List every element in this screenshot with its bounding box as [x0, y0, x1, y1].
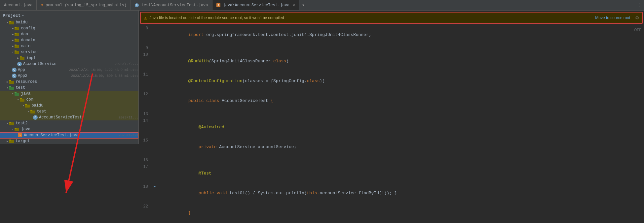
svg-rect-19	[15, 92, 17, 93]
folder-label: config	[21, 26, 138, 31]
tab-java-account[interactable]: J java\AccountServiceTest.java ✕	[212, 0, 299, 10]
svg-text:J: J	[19, 134, 20, 137]
folder-label: java	[21, 127, 138, 132]
file-label: AccountServiceTest	[39, 115, 117, 120]
svg-rect-22	[25, 105, 30, 108]
move-to-source-root-link[interactable]: Move to source root	[595, 16, 630, 20]
tree-baidu-com[interactable]: ▾ baidu	[0, 103, 138, 109]
tab-more-button[interactable]: ⋮	[634, 2, 644, 8]
tree-resources[interactable]: ▶ resources	[0, 79, 138, 85]
folder-label: domain	[21, 38, 138, 43]
svg-rect-5	[15, 33, 17, 34]
class-icon: C	[12, 74, 17, 78]
tab-pom-icon: m	[41, 3, 43, 7]
svg-rect-20	[20, 99, 24, 102]
tree-target[interactable]: ▶ target	[0, 138, 138, 144]
svg-rect-13	[20, 56, 22, 57]
sidebar-wrapper: Project ▾ ▾ baidu ▶ config	[0, 11, 139, 223]
folder-label: service	[21, 50, 138, 54]
tree-test-sub[interactable]: ▾ test	[0, 109, 138, 114]
code-line-8: 8 import org.springframework.test.contex…	[139, 25, 644, 45]
svg-rect-3	[15, 27, 17, 28]
code-line-11: 11 @ContextConfiguration(classes = {Spri…	[139, 71, 644, 91]
line-number: 11	[139, 71, 152, 78]
folder-label: dao	[21, 32, 138, 37]
svg-rect-21	[20, 98, 22, 99]
folder-label: main	[21, 44, 138, 48]
line-number: 15	[139, 137, 152, 144]
tree-account-service-test-java[interactable]: J AccountServiceTest.java 2023/12/21	[0, 132, 138, 138]
folder-icon	[14, 32, 19, 37]
code-line-14: 14 @Autowired	[139, 117, 644, 137]
class-icon: C	[17, 62, 22, 66]
svg-rect-0	[9, 21, 14, 24]
svg-rect-8	[15, 45, 19, 48]
folder-label: baidu	[31, 103, 138, 108]
line-content	[157, 111, 644, 117]
folder-icon	[14, 91, 19, 96]
tab-pom-xml[interactable]: m pom.xml (spring_15_spring_mybatis)	[37, 0, 131, 10]
svg-rect-23	[25, 104, 27, 105]
folder-label: resources	[16, 80, 138, 84]
tree-app2[interactable]: C App2 2023/12/21 15:00, 590 B 55 minute…	[0, 73, 138, 79]
folder-icon	[25, 103, 30, 108]
folder-label: impl	[26, 56, 138, 60]
tree-com[interactable]: ▾ com	[0, 97, 138, 103]
folder-icon	[9, 121, 14, 126]
svg-rect-16	[9, 87, 14, 90]
editor-area: ⚠ Java file is located outside of the mo…	[139, 11, 644, 223]
line-content: private AccountService accountService;	[157, 137, 644, 157]
tree-account-service[interactable]: C AccountService 2023/12/2...	[0, 61, 138, 67]
tab-account-java[interactable]: Account.java	[0, 0, 37, 10]
file-meta: 2023/12/21	[119, 134, 138, 137]
svg-rect-15	[9, 80, 11, 81]
tree-config[interactable]: ▶ config	[0, 25, 138, 31]
tree-baidu[interactable]: ▾ baidu	[0, 19, 138, 25]
tab-test-account[interactable]: C test\AccountServiceTest.java	[131, 0, 212, 10]
code-line-22: 22 }	[139, 203, 644, 223]
warning-banner: ⚠ Java file is located outside of the mo…	[140, 12, 643, 24]
svg-rect-27	[9, 122, 11, 123]
project-panel-header[interactable]: Project ▾	[0, 12, 138, 19]
tree-impl[interactable]: ▶ impl	[0, 55, 138, 61]
tree-main[interactable]: ▶ main	[0, 43, 138, 49]
svg-rect-7	[15, 39, 17, 40]
settings-gear-icon[interactable]: ⚙	[635, 15, 639, 21]
tree-java-test[interactable]: ▾ java	[0, 91, 138, 97]
tab-label: pom.xml (spring_15_spring_mybatis)	[46, 3, 127, 8]
folder-label: target	[16, 139, 138, 143]
tree-account-service-test[interactable]: C AccountServiceTest 2023/11...	[0, 114, 138, 120]
tree-service[interactable]: ▾ service	[0, 49, 138, 55]
folder-label: test	[37, 109, 138, 114]
code-editor[interactable]: OFF 8 import org.springframework.test.co…	[139, 25, 644, 223]
main-area: Project ▾ ▾ baidu ▶ config	[0, 11, 644, 223]
code-line-16: 16	[139, 157, 644, 164]
file-meta: 2023/12/21 15:00, 1.22 kB 9 minutes	[69, 68, 138, 72]
line-number: 16	[139, 157, 152, 164]
folder-icon	[14, 26, 19, 31]
folder-icon	[14, 50, 19, 54]
tab-bar: Account.java m pom.xml (spring_15_spring…	[0, 0, 644, 11]
folder-icon	[9, 139, 14, 143]
tree-test-folder[interactable]: ▾ test	[0, 85, 138, 91]
warning-text: Java file is located outside of the modu…	[149, 16, 592, 20]
tab-file-icon: J	[216, 3, 220, 7]
code-line-10: 10 @RunWith(SpringJUnit4ClassRunner.clas…	[139, 51, 644, 71]
tree-dao[interactable]: ▶ dao	[0, 31, 138, 37]
tab-overflow-button[interactable]: ▾	[299, 2, 307, 8]
tree-java-test2[interactable]: ▾ java	[0, 126, 138, 132]
project-chevron-icon: ▾	[22, 14, 24, 18]
line-content	[157, 45, 644, 51]
folder-label: com	[26, 97, 138, 102]
tab-close-icon[interactable]: ✕	[293, 3, 295, 7]
tree-app[interactable]: C App 2023/12/21 15:00, 1.22 kB 9 minute…	[0, 67, 138, 73]
tree-test2[interactable]: ▾ test2	[0, 120, 138, 126]
folder-icon	[19, 56, 25, 60]
code-line-9: 9	[139, 45, 644, 51]
folder-label: baidu	[16, 20, 138, 25]
tab-label: java\AccountServiceTest.java	[223, 3, 290, 8]
folder-icon	[9, 20, 14, 25]
svg-rect-24	[30, 111, 35, 113]
svg-rect-26	[9, 122, 14, 125]
tree-domain[interactable]: ▶ domain	[0, 37, 138, 43]
